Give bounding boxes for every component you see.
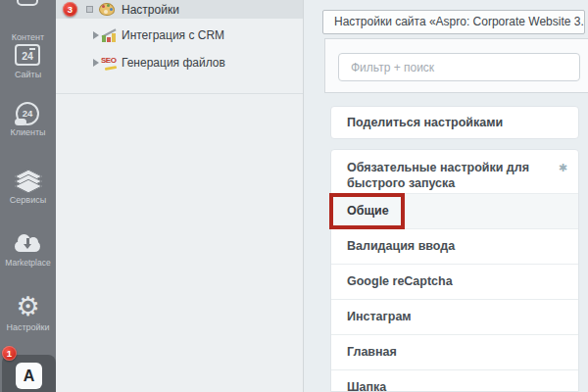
bullet-icon <box>86 6 93 13</box>
list-item-home[interactable]: Главная <box>331 334 578 369</box>
list-item-instagram[interactable]: Инстаграм <box>331 299 578 334</box>
sites-icon-label: 24 <box>22 50 33 62</box>
star-icon: ✱ <box>559 162 567 174</box>
notification-badge: 3 <box>63 2 77 17</box>
sidebar-item-settings[interactable]: Настройки <box>0 322 56 332</box>
settings-list: Обязательные настройки для быстрого запу… <box>330 149 579 392</box>
settings-menu-panel: 3 Настройки Интеграция с CRM SEO Генерац… <box>56 0 304 392</box>
list-item-input-validation[interactable]: Валидация ввода <box>331 228 578 264</box>
content-icon <box>17 0 38 6</box>
clients-icon[interactable]: 24 <box>16 102 39 125</box>
menu-item-label: Настройки <box>122 3 179 17</box>
list-item-required-settings[interactable]: Обязательные настройки для быстрого запу… <box>331 150 578 193</box>
sidebar-item-clients[interactable]: Клиенты <box>0 127 56 137</box>
sidebar-item-sites[interactable]: Сайты <box>0 70 56 79</box>
app-logo[interactable]: A <box>16 363 42 389</box>
gear-icon[interactable]: ⚙ <box>0 293 56 320</box>
expand-arrow-icon[interactable] <box>93 59 99 67</box>
sidebar-item-services[interactable]: Сервисы <box>0 195 56 205</box>
sidebar-item-marketplace[interactable]: Marketplace <box>0 258 56 268</box>
sidebar-item-content[interactable]: Контент <box>0 32 56 42</box>
menu-item-file-generation[interactable]: SEO Генерация файлов <box>56 54 303 72</box>
notification-badge: 1 <box>2 346 17 361</box>
crm-chart-icon <box>101 27 118 43</box>
list-item-header[interactable]: Шапка <box>331 369 578 392</box>
red-annotation-box <box>329 193 405 229</box>
admin-panel-screen: Контент 24 Сайты 24 Клиенты Сервисы Mark… <box>0 0 588 392</box>
share-settings-button[interactable]: Поделиться настройками <box>330 106 579 139</box>
list-item-label: Обязательные настройки для быстрого запу… <box>347 160 538 191</box>
menu-item-label: Интеграция с CRM <box>122 28 224 42</box>
menu-item-label: Генерация файлов <box>122 56 225 70</box>
seo-icon: SEO <box>101 55 119 71</box>
menu-item-crm-integration[interactable]: Интеграция с CRM <box>56 26 303 44</box>
palette-icon <box>99 2 116 17</box>
menu-divider <box>56 93 303 94</box>
marketplace-cloud-icon[interactable] <box>14 234 41 252</box>
menu-item-settings[interactable]: 3 Настройки <box>56 0 303 19</box>
cloud-bump-icon <box>15 119 26 125</box>
filter-search-input[interactable] <box>338 53 580 81</box>
services-layers-icon[interactable] <box>16 167 41 196</box>
sites-icon[interactable]: 24 <box>15 44 40 66</box>
tab-site-settings[interactable]: Настройки сайта «Aspro: Corporate Websit… <box>322 10 585 34</box>
expand-arrow-icon[interactable] <box>93 31 99 39</box>
window-dots-icon <box>29 48 35 50</box>
clients-icon-label: 24 <box>23 108 33 119</box>
left-sidebar: Контент 24 Сайты 24 Клиенты Сервисы Mark… <box>0 0 56 392</box>
list-item-google-recaptcha[interactable]: Google reCaptcha <box>331 264 578 299</box>
